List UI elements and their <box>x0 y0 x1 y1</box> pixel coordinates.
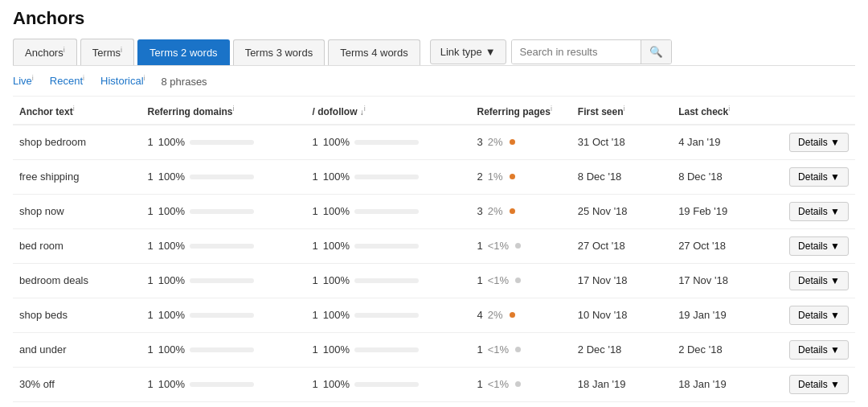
cell-anchor: shop beds <box>13 298 141 332</box>
cell-firstseen: 10 Nov '18 <box>571 298 672 332</box>
col-header-anchor: Anchor texti <box>13 97 141 125</box>
cell-dofollow: 1 100% <box>306 194 471 228</box>
cell-refpages: 1 <1% <box>471 228 571 263</box>
table-row: bedroom deals 1 100% 1 100% 1 <1% <box>13 263 855 298</box>
cell-lastcheck: 8 Dec '18 <box>672 159 772 194</box>
cell-refpages: 2 1% <box>471 159 571 194</box>
cell-refpages: 4 2% <box>471 298 571 332</box>
cell-anchor: free shipping <box>13 159 141 194</box>
cell-dofollow: 1 100% <box>306 298 471 332</box>
page-title: Anchors <box>13 8 855 29</box>
table-row: free shipping 1 100% 1 100% 2 1% <box>13 159 855 194</box>
cell-details[interactable]: Details ▼ <box>772 194 855 228</box>
table-row: shop now 1 100% 1 100% 3 2% <box>13 194 855 228</box>
cell-lastcheck: 2 Dec '18 <box>672 332 772 367</box>
col-header-refpages: Referring pagesi <box>471 97 571 125</box>
cell-refdomains: 1 100% <box>141 367 305 401</box>
details-button[interactable]: Details ▼ <box>789 375 849 394</box>
cell-dofollow: 1 100% <box>306 367 471 401</box>
cell-refpages: 3 2% <box>471 194 571 228</box>
table-row: bed room 1 100% 1 100% 1 <1% <box>13 228 855 263</box>
cell-dofollow: 1 100% <box>306 125 471 160</box>
cell-firstseen: 27 Oct '18 <box>571 228 672 263</box>
col-header-details <box>772 97 855 125</box>
cell-refdomains: 1 100% <box>141 194 305 228</box>
cell-lastcheck: 18 Jan '19 <box>672 367 772 401</box>
sub-tab-recent[interactable]: Recenti <box>50 74 84 88</box>
cell-firstseen: 17 Nov '18 <box>571 263 672 298</box>
cell-anchor: bed room <box>13 228 141 263</box>
tab-terms4words[interactable]: Terms 4 words <box>328 39 420 65</box>
table-row: 30% off 1 100% 1 100% 1 <1% <box>13 367 855 401</box>
cell-refpages: 1 <1% <box>471 263 571 298</box>
details-button[interactable]: Details ▼ <box>789 167 849 187</box>
cell-details[interactable]: Details ▼ <box>772 332 855 367</box>
cell-firstseen: 8 Dec '18 <box>571 159 672 194</box>
link-type-filter[interactable]: Link type ▼ <box>430 39 506 64</box>
tab-terms3words[interactable]: Terms 3 words <box>233 39 326 65</box>
cell-refdomains: 1 100% <box>141 332 305 367</box>
details-button[interactable]: Details ▼ <box>789 306 849 325</box>
col-header-refdomains: Referring domainsi <box>141 97 305 125</box>
details-button[interactable]: Details ▼ <box>789 202 849 221</box>
cell-lastcheck: 4 Jan '19 <box>672 125 772 160</box>
cell-details[interactable]: Details ▼ <box>772 228 855 263</box>
cell-firstseen: 31 Oct '18 <box>571 125 672 160</box>
tab-terms[interactable]: Termsi <box>80 39 134 65</box>
details-button[interactable]: Details ▼ <box>789 236 849 256</box>
cell-firstseen: 18 Jan '19 <box>571 367 672 401</box>
cell-firstseen: 25 Nov '18 <box>571 194 672 228</box>
phrase-count: 8 phrases <box>162 76 207 88</box>
cell-refdomains: 1 100% <box>141 263 305 298</box>
col-header-firstseen: First seeni <box>571 97 672 125</box>
col-header-lastcheck: Last checki <box>672 97 772 125</box>
sub-tab-historical[interactable]: Historicali <box>100 74 145 88</box>
table-row: and under 1 100% 1 100% 1 <1% <box>13 332 855 367</box>
cell-details[interactable]: Details ▼ <box>772 263 855 298</box>
cell-refpages: 3 2% <box>471 125 571 160</box>
cell-refpages: 1 <1% <box>471 332 571 367</box>
cell-refdomains: 1 100% <box>141 125 305 160</box>
search-input[interactable] <box>512 40 641 64</box>
cell-dofollow: 1 100% <box>306 228 471 263</box>
details-button[interactable]: Details ▼ <box>789 133 849 152</box>
cell-details[interactable]: Details ▼ <box>772 125 855 160</box>
cell-lastcheck: 19 Feb '19 <box>672 194 772 228</box>
cell-anchor: and under <box>13 332 141 367</box>
cell-anchor: shop now <box>13 194 141 228</box>
cell-anchor: bedroom deals <box>13 263 141 298</box>
details-button[interactable]: Details ▼ <box>789 340 849 360</box>
table-row: shop bedroom 1 100% 1 100% 3 2% <box>13 125 855 160</box>
tab-anchors[interactable]: Anchorsi <box>13 39 77 65</box>
cell-refdomains: 1 100% <box>141 298 305 332</box>
search-button[interactable]: 🔍 <box>641 40 671 64</box>
cell-refdomains: 1 100% <box>141 228 305 263</box>
details-button[interactable]: Details ▼ <box>789 271 849 290</box>
cell-refdomains: 1 100% <box>141 159 305 194</box>
tab-terms2words[interactable]: Terms 2 words <box>137 39 230 65</box>
cell-details[interactable]: Details ▼ <box>772 159 855 194</box>
cell-dofollow: 1 100% <box>306 263 471 298</box>
cell-anchor: 30% off <box>13 367 141 401</box>
col-header-dofollow[interactable]: / dofollow ↓i <box>306 97 471 125</box>
cell-firstseen: 2 Dec '18 <box>571 332 672 367</box>
cell-details[interactable]: Details ▼ <box>772 367 855 401</box>
cell-lastcheck: 27 Oct '18 <box>672 228 772 263</box>
cell-dofollow: 1 100% <box>306 332 471 367</box>
search-icon: 🔍 <box>649 46 663 58</box>
cell-anchor: shop bedroom <box>13 125 141 160</box>
cell-lastcheck: 17 Nov '18 <box>672 263 772 298</box>
sub-tab-live[interactable]: Livei <box>13 74 34 88</box>
cell-lastcheck: 19 Jan '19 <box>672 298 772 332</box>
dropdown-arrow-icon: ▼ <box>485 46 496 58</box>
cell-details[interactable]: Details ▼ <box>772 298 855 332</box>
cell-refpages: 1 <1% <box>471 367 571 401</box>
cell-dofollow: 1 100% <box>306 159 471 194</box>
table-row: shop beds 1 100% 1 100% 4 2% <box>13 298 855 332</box>
